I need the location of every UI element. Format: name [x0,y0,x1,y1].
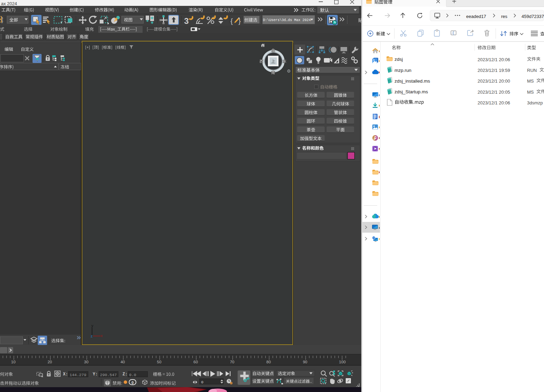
svg-text:y: y [91,324,93,328]
svg-text:z: z [91,334,93,338]
svg-text:x: x [101,334,103,338]
svg-text:A: A [452,31,454,35]
